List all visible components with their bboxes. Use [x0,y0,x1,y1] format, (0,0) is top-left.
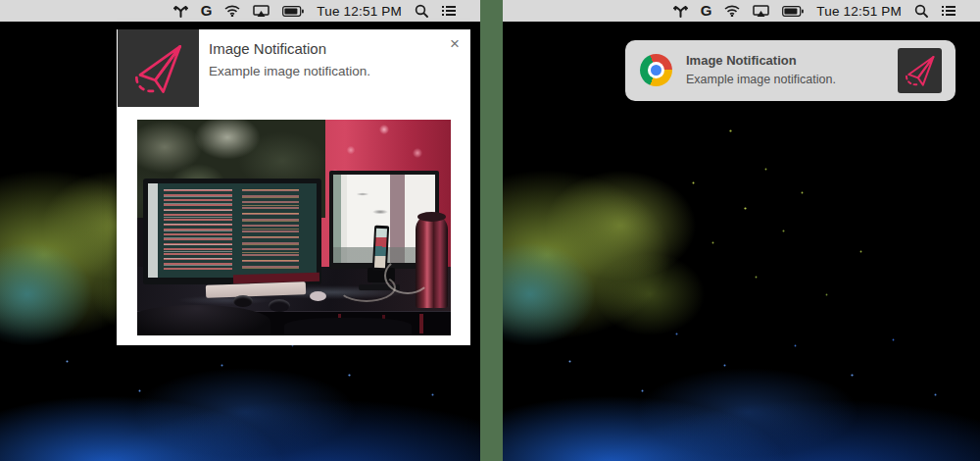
photo-code-column [242,189,299,272]
menu-bar: G Tue 12:51 PM [0,0,480,22]
menu-bar-clock[interactable]: Tue 12:51 PM [317,4,402,19]
left-screenshot: G Tue 12:51 PM Image Notifi [0,0,480,461]
paper-airplane-icon [118,29,199,107]
right-screenshot: G Tue 12:51 PM Image Notification Exampl… [503,0,980,461]
google-icon[interactable]: G [201,3,213,18]
notification-body: Example image notification. [209,64,370,78]
screenshot-divider [480,0,503,461]
chrome-icon [640,54,672,86]
image-notification-popup[interactable]: Image Notification Example image notific… [117,29,470,345]
photo-cable [384,257,431,294]
wifi-icon[interactable] [224,5,240,17]
google-icon[interactable]: G [701,3,712,18]
image-notification-banner[interactable]: Image Notification Example image notific… [625,40,956,101]
screen-mirroring-icon[interactable] [253,5,270,17]
battery-icon[interactable] [282,6,304,17]
menu-bar-clock[interactable]: Tue 12:51 PM [816,4,902,19]
photo-red-glint [419,314,423,333]
photo-editor-sidebar [148,183,158,278]
photo-white-mouse [310,291,326,301]
screen-mirroring-icon[interactable] [753,5,769,17]
photo-mouse [269,299,290,312]
close-icon[interactable]: × [446,33,464,54]
menu-bar: G Tue 12:51 PM [503,0,980,22]
banner-body: Example image notification. [686,73,836,86]
split-arrows-icon[interactable] [173,5,188,18]
notification-center-icon[interactable] [441,5,457,17]
photo-chair [284,318,412,335]
notification-center-icon[interactable] [941,5,956,17]
notification-title: Image Notification [209,40,326,57]
split-arrows-icon[interactable] [673,5,688,18]
search-icon[interactable] [914,4,928,18]
photo-chair [137,305,270,335]
wifi-icon[interactable] [724,5,740,17]
photo-code-column [164,189,232,272]
photo-phone-screen [374,229,387,269]
photo-mouse [233,295,253,307]
paper-airplane-icon [898,48,942,93]
notification-image[interactable] [137,120,451,335]
banner-title: Image Notification [686,53,797,68]
battery-icon[interactable] [782,6,804,17]
photo-canister-lid [417,212,446,222]
search-icon[interactable] [415,4,428,18]
